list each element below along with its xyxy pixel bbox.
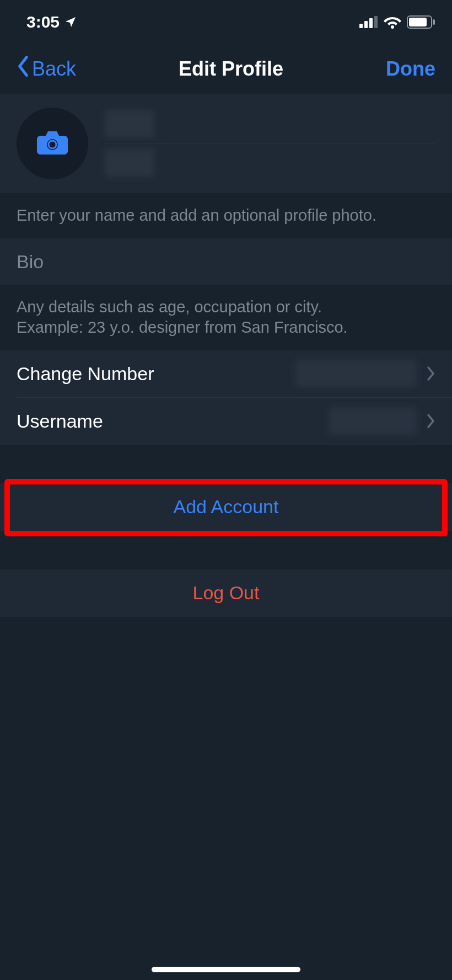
svg-point-4 — [391, 25, 394, 29]
bio-placeholder: Bio — [17, 251, 44, 273]
cellular-icon — [359, 16, 378, 28]
status-right — [359, 15, 435, 29]
svg-rect-3 — [374, 16, 378, 28]
log-out-button[interactable]: Log Out — [0, 569, 452, 617]
svg-rect-1 — [364, 21, 368, 28]
row-right — [329, 407, 435, 435]
svg-rect-7 — [433, 19, 435, 25]
profile-hint: Enter your name and add an optional prof… — [0, 193, 452, 238]
redacted-value — [105, 149, 154, 177]
log-out-label: Log Out — [193, 582, 260, 604]
done-button[interactable]: Done — [386, 57, 435, 81]
location-icon — [64, 15, 77, 29]
profile-photo-button[interactable] — [17, 108, 88, 179]
username-row[interactable]: Username — [0, 398, 452, 445]
nav-bar: Back Edit Profile Done — [0, 44, 452, 94]
row-right — [295, 360, 435, 387]
back-label: Back — [32, 57, 76, 81]
section-gap — [0, 445, 452, 483]
name-fields — [105, 105, 435, 182]
svg-rect-6 — [409, 18, 427, 26]
section-gap — [0, 531, 452, 569]
chevron-right-icon — [427, 413, 435, 429]
account-section: Change Number Username — [0, 350, 452, 445]
camera-icon — [37, 129, 68, 158]
page-title: Edit Profile — [179, 57, 283, 81]
add-account-label: Add Account — [174, 496, 279, 518]
home-indicator — [152, 967, 300, 972]
username-label: Username — [17, 411, 103, 432]
status-left: 3:05 — [26, 13, 77, 31]
log-out-section: Log Out — [0, 569, 452, 617]
redacted-value — [329, 407, 417, 435]
redacted-value — [105, 110, 154, 138]
bio-field[interactable]: Bio — [0, 238, 452, 285]
back-button[interactable]: Back — [17, 56, 76, 82]
status-time: 3:05 — [26, 13, 60, 31]
change-number-row[interactable]: Change Number — [0, 350, 452, 397]
svg-rect-2 — [369, 18, 373, 28]
status-bar: 3:05 — [0, 0, 452, 44]
profile-section — [0, 94, 452, 193]
redacted-value — [295, 360, 417, 387]
chevron-left-icon — [17, 56, 30, 82]
add-account-button[interactable]: Add Account — [0, 483, 452, 531]
wifi-icon — [384, 15, 401, 29]
bio-section: Bio — [0, 238, 452, 285]
bio-hint: Any details such as age, occupation or c… — [0, 285, 452, 350]
battery-icon — [407, 15, 435, 29]
chevron-right-icon — [427, 366, 435, 381]
change-number-label: Change Number — [17, 363, 154, 385]
add-account-section: Add Account — [0, 483, 452, 531]
svg-rect-0 — [359, 24, 363, 28]
first-name-field[interactable] — [105, 105, 435, 143]
last-name-field[interactable] — [105, 143, 435, 182]
profile-row — [0, 94, 452, 193]
